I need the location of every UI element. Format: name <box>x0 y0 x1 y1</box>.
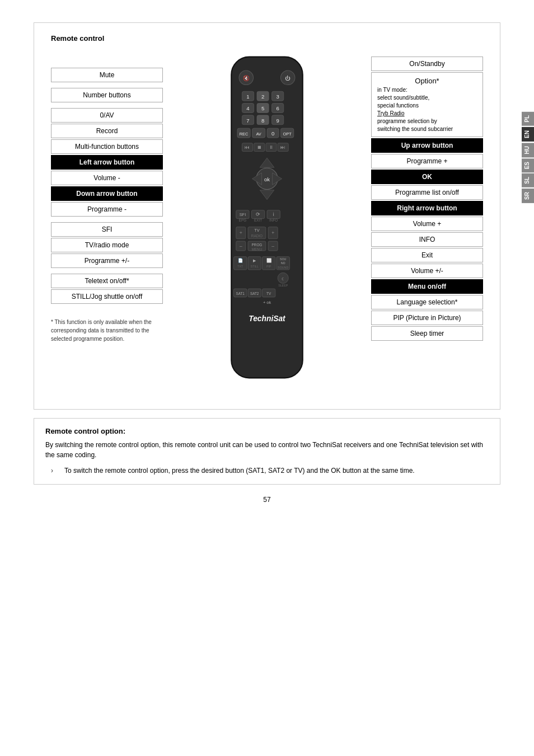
svg-text:i: i <box>273 212 274 217</box>
svg-text:TV: TV <box>266 292 271 295</box>
svg-text:ND: ND <box>281 261 285 265</box>
remote-diagram: Mute Number buttons 0/AV Record Multi-fu… <box>51 51 483 398</box>
right-label-option: Option* in TV mode: select sound/subtitl… <box>371 72 483 137</box>
svg-text:SLEEP: SLEEP <box>278 284 288 287</box>
svg-text:6: 6 <box>276 105 279 111</box>
svg-text:MENU: MENU <box>252 247 263 251</box>
right-label-ok: OK <box>371 170 483 184</box>
svg-text:🔇: 🔇 <box>243 75 250 82</box>
right-label-volume-plus: Volume + <box>371 217 483 231</box>
section-title: Remote control <box>51 34 483 43</box>
svg-text:9: 9 <box>276 118 279 124</box>
page-number: 57 <box>34 496 500 504</box>
svg-text:5: 5 <box>261 105 264 111</box>
right-label-up-arrow: Up arrow button <box>371 138 483 153</box>
label-volume-minus: Volume - <box>51 171 163 185</box>
tab-hu[interactable]: HU <box>522 143 534 157</box>
label-tv-radio: TV/radio mode <box>51 238 163 252</box>
right-label-exit: Exit <box>371 248 483 262</box>
label-still-jog: STILL/Jog shuttle on/off <box>51 289 163 304</box>
svg-text:3: 3 <box>276 93 279 100</box>
tab-sr[interactable]: SR <box>522 189 534 203</box>
label-mute: Mute <box>51 68 163 82</box>
svg-text:ok: ok <box>264 176 270 182</box>
info-box-title: Remote control option: <box>45 427 489 435</box>
svg-text:⏹: ⏹ <box>257 144 262 150</box>
right-labels: On/Standby Option* in TV mode: select so… <box>371 51 483 342</box>
right-label-programme-plus: Programme + <box>371 154 483 168</box>
right-label-language: Language selection* <box>371 295 483 309</box>
tab-pl[interactable]: PL <box>522 112 534 126</box>
svg-text:SOU: SOU <box>280 257 287 261</box>
svg-text:SAT2: SAT2 <box>250 292 259 295</box>
tab-sl[interactable]: SL <box>522 173 534 187</box>
right-label-info: INFO <box>371 232 483 247</box>
svg-text:+: + <box>271 230 274 236</box>
right-label-pip: PIP (Picture in Picture) <box>371 311 483 325</box>
svg-text:SOUND: SOUND <box>278 266 288 269</box>
remote-image: 🔇 ⏻ 1 2 3 4 5 6 <box>211 51 323 396</box>
remote-svg: 🔇 ⏻ 1 2 3 4 5 6 <box>219 51 315 396</box>
option-sub-select: select sound/subtitle, <box>377 94 429 102</box>
right-label-right-arrow: Right arrow button <box>371 201 483 215</box>
label-down-arrow: Down arrow button <box>51 186 163 201</box>
label-teletext: Teletext on/off* <box>51 274 163 288</box>
tab-es[interactable]: ES <box>522 158 534 172</box>
svg-text:8: 8 <box>261 118 264 124</box>
label-multi-function: Multi-function buttons <box>51 139 163 154</box>
svg-text:+  ok: + ok <box>263 300 271 305</box>
right-label-menu: Menu on/off <box>371 279 483 294</box>
svg-text:TV: TV <box>254 228 260 233</box>
tab-en[interactable]: EN <box>522 127 534 142</box>
svg-text:☾: ☾ <box>282 276 285 281</box>
left-labels: Mute Number buttons 0/AV Record Multi-fu… <box>51 51 163 343</box>
footnote: * This function is only available when t… <box>51 318 163 343</box>
label-programme-minus: Programme - <box>51 202 163 217</box>
svg-text:⏻: ⏻ <box>285 75 291 81</box>
info-box-arrow: › <box>51 466 53 476</box>
side-tabs: PL EN HU ES SL SR <box>522 112 534 203</box>
svg-text:STILL: STILL <box>251 265 259 268</box>
right-label-volume-pm: Volume +/- <box>371 264 483 278</box>
svg-text:REC: REC <box>240 132 249 137</box>
svg-text:⬜: ⬜ <box>266 258 272 263</box>
right-label-on-standby: On/Standby <box>371 57 483 71</box>
svg-text:⟳: ⟳ <box>256 212 260 217</box>
option-sub-prog: programme selection by <box>377 118 437 125</box>
svg-text:RADIO: RADIO <box>251 234 263 238</box>
svg-text:EXIT: EXIT <box>254 218 262 222</box>
option-sub-switch: switching the sound subcarrier <box>377 125 453 133</box>
svg-text:PIP: PIP <box>266 265 271 268</box>
option-sub-special: special functions <box>377 102 419 110</box>
option-sub-tryb: Tryb Radio <box>377 110 405 118</box>
svg-text:⏮: ⏮ <box>245 144 250 150</box>
option-sub-in-tv: in TV mode: <box>377 86 407 94</box>
svg-text:0: 0 <box>271 130 274 137</box>
svg-text:+: + <box>240 230 242 236</box>
svg-text:TechniSat: TechniSat <box>249 314 286 323</box>
svg-text:1: 1 <box>246 93 249 100</box>
svg-text:AV: AV <box>256 132 261 137</box>
info-box-item-text: To switch the remote control option, pre… <box>64 466 415 476</box>
svg-text:7: 7 <box>246 118 249 124</box>
svg-text:OPT: OPT <box>283 132 292 137</box>
label-programme-pm: Programme +/- <box>51 253 163 268</box>
label-left-arrow: Left arrow button <box>51 155 163 170</box>
page-container: PL EN HU ES SL SR Remote control Mute Nu… <box>0 0 534 756</box>
svg-text:⏸: ⏸ <box>269 144 274 150</box>
right-label-sleep: Sleep timer <box>371 326 483 341</box>
svg-text:2: 2 <box>261 93 264 100</box>
svg-text:EPG: EPG <box>239 218 246 222</box>
svg-text:⏭: ⏭ <box>280 144 285 150</box>
svg-text:PROG: PROG <box>252 243 263 247</box>
option-title: Option* <box>377 76 477 86</box>
svg-text:–: – <box>271 243 274 249</box>
info-box: Remote control option: By switching the … <box>34 418 500 485</box>
label-record: Record <box>51 124 163 138</box>
info-box-item: › To switch the remote control option, p… <box>51 466 489 476</box>
svg-text:SAT1: SAT1 <box>236 292 245 295</box>
svg-text:SFI: SFI <box>240 212 246 217</box>
svg-text:TXT: TXT <box>237 265 243 268</box>
label-sfi: SFI <box>51 222 163 237</box>
svg-text:–: – <box>240 243 242 249</box>
